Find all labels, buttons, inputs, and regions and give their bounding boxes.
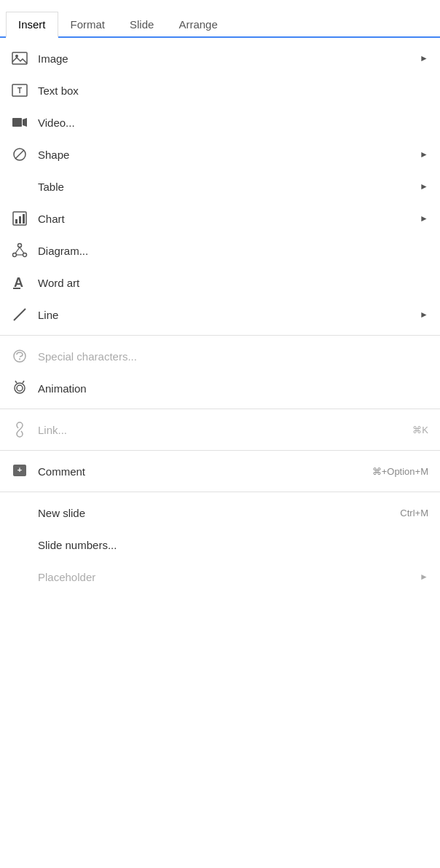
svg-text:+: + bbox=[17, 465, 22, 474]
divider-1 bbox=[0, 335, 440, 336]
svg-rect-11 bbox=[23, 214, 25, 224]
divider-2 bbox=[0, 409, 440, 409]
comment-icon: + bbox=[12, 463, 38, 479]
table-arrow: ► bbox=[420, 181, 428, 192]
menu-item-comment[interactable]: + Comment ⌘+Option+M bbox=[0, 455, 440, 487]
svg-rect-0 bbox=[12, 52, 27, 64]
svg-point-14 bbox=[23, 253, 27, 257]
menu-item-slidenumbers[interactable]: Slide numbers... bbox=[0, 529, 440, 561]
chart-icon bbox=[12, 210, 38, 226]
line-arrow: ► bbox=[420, 309, 428, 320]
menu-item-link: Link... ⌘K bbox=[0, 414, 440, 446]
textbox-icon: T bbox=[12, 82, 38, 98]
shape-arrow: ► bbox=[420, 149, 428, 159]
chart-label: Chart bbox=[38, 213, 414, 225]
menu-item-image[interactable]: Image ► bbox=[0, 42, 440, 74]
textbox-label: Text box bbox=[38, 84, 428, 97]
svg-line-20 bbox=[14, 309, 25, 320]
svg-line-15 bbox=[15, 248, 20, 253]
link-label: Link... bbox=[38, 424, 404, 436]
divider-3 bbox=[0, 450, 440, 451]
tab-arrange[interactable]: Arrange bbox=[166, 12, 229, 36]
svg-point-12 bbox=[18, 244, 22, 248]
slidenumbers-label: Slide numbers... bbox=[38, 539, 428, 551]
svg-point-21 bbox=[19, 358, 20, 360]
svg-rect-10 bbox=[19, 216, 21, 224]
divider-4 bbox=[0, 492, 440, 492]
video-label: Video... bbox=[38, 117, 428, 129]
svg-point-23 bbox=[17, 385, 23, 391]
svg-rect-4 bbox=[12, 118, 22, 127]
menu-item-placeholder: Placeholder ► bbox=[0, 561, 440, 593]
menu-item-table[interactable]: Table ► bbox=[0, 170, 440, 202]
menu-item-video[interactable]: Video... bbox=[0, 106, 440, 138]
placeholder-label: Placeholder bbox=[38, 571, 414, 583]
svg-marker-5 bbox=[23, 118, 27, 127]
image-arrow: ► bbox=[420, 53, 428, 63]
menu-item-textbox[interactable]: T Text box bbox=[0, 74, 440, 106]
image-label: Image bbox=[38, 52, 414, 65]
menu-item-line[interactable]: Line ► bbox=[0, 299, 440, 331]
svg-text:T: T bbox=[17, 87, 22, 95]
menu-item-specialchars: Special characters... bbox=[0, 340, 440, 372]
menu-item-chart[interactable]: Chart ► bbox=[0, 202, 440, 234]
svg-point-13 bbox=[13, 253, 17, 257]
animation-icon bbox=[12, 380, 38, 396]
svg-line-26 bbox=[18, 428, 21, 431]
wordart-label: Word art bbox=[38, 277, 428, 289]
tab-insert[interactable]: Insert bbox=[6, 12, 58, 38]
specialchars-icon bbox=[12, 348, 38, 364]
comment-shortcut: ⌘+Option+M bbox=[372, 466, 428, 477]
animation-label: Animation bbox=[38, 382, 428, 395]
tab-format[interactable]: Format bbox=[58, 12, 118, 36]
svg-line-25 bbox=[23, 381, 24, 383]
chart-arrow: ► bbox=[420, 213, 428, 224]
svg-line-16 bbox=[20, 248, 24, 253]
insert-menu: Image ► T Text box Video... S bbox=[0, 38, 440, 597]
tab-slide[interactable]: Slide bbox=[117, 12, 166, 36]
specialchars-label: Special characters... bbox=[38, 350, 428, 363]
shape-label: Shape bbox=[38, 149, 414, 161]
placeholder-arrow: ► bbox=[420, 572, 428, 582]
wordart-icon: A bbox=[12, 275, 38, 291]
newslide-shortcut: Ctrl+M bbox=[400, 508, 428, 518]
image-icon bbox=[12, 50, 38, 66]
menu-item-shape[interactable]: Shape ► bbox=[0, 138, 440, 170]
video-icon bbox=[12, 114, 38, 130]
svg-point-22 bbox=[15, 383, 25, 393]
link-icon bbox=[12, 422, 38, 438]
shape-icon bbox=[12, 146, 38, 162]
link-shortcut: ⌘K bbox=[412, 425, 428, 435]
line-icon bbox=[12, 307, 38, 323]
diagram-label: Diagram... bbox=[38, 245, 428, 257]
menu-item-wordart[interactable]: A Word art bbox=[0, 267, 440, 299]
line-label: Line bbox=[38, 309, 414, 321]
svg-line-24 bbox=[15, 381, 17, 383]
svg-rect-9 bbox=[15, 219, 17, 224]
table-label: Table bbox=[38, 181, 414, 193]
menu-item-newslide[interactable]: New slide Ctrl+M bbox=[0, 497, 440, 529]
svg-line-7 bbox=[15, 150, 24, 159]
diagram-icon bbox=[12, 242, 38, 259]
menu-item-diagram[interactable]: Diagram... bbox=[0, 234, 440, 267]
menu-bar: Insert Format Slide Arrange bbox=[0, 0, 440, 38]
comment-label: Comment bbox=[38, 465, 364, 478]
newslide-label: New slide bbox=[38, 507, 391, 519]
menu-item-animation[interactable]: Animation bbox=[0, 372, 440, 404]
